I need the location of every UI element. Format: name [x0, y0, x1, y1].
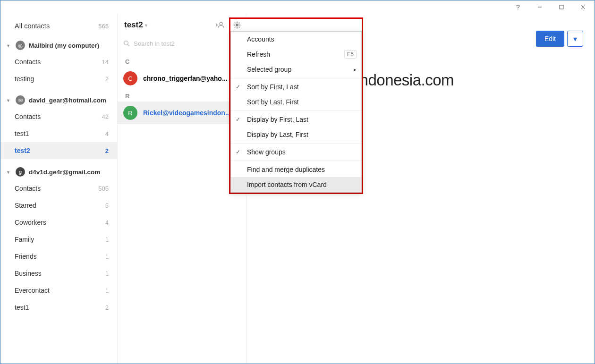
svg-point-9 — [236, 24, 238, 26]
sidebar-item[interactable]: Starred5 — [0, 197, 117, 214]
menu-item[interactable]: Import contacts from vCard — [231, 177, 361, 192]
sidebar-item[interactable]: Coworkers4 — [0, 214, 117, 231]
menu-item[interactable]: Selected group▸ — [231, 62, 361, 77]
menu-separator — [231, 161, 361, 161]
add-contact-button[interactable] — [215, 20, 225, 30]
menu-item[interactable]: Find and merge duplicates — [231, 162, 361, 177]
close-button[interactable] — [574, 1, 593, 13]
menu-item[interactable]: ✓Display by First, Last — [231, 112, 361, 127]
check-icon: ✓ — [236, 116, 240, 123]
gear-icon[interactable] — [233, 21, 241, 29]
svg-point-7 — [124, 41, 128, 45]
search-input[interactable] — [134, 40, 240, 47]
sidebar-item[interactable]: Evercontact1 — [0, 282, 117, 299]
menu-item-label: Show groups — [247, 148, 286, 156]
account-badge-icon: ✉ — [16, 95, 25, 105]
sidebar-item-label: Contacts — [15, 185, 98, 192]
contact-name: chrono_triggerfan@yaho... — [143, 75, 240, 82]
edit-dropdown-button[interactable]: ▾ — [567, 31, 583, 47]
group-title-dropdown[interactable]: test2 ▾ — [124, 20, 147, 30]
menu-item[interactable]: RefreshF5 — [231, 47, 361, 62]
sidebar-item[interactable]: Family1 — [0, 231, 117, 248]
sidebar-item-count: 565 — [98, 23, 109, 30]
search-bar[interactable] — [123, 36, 240, 51]
svg-line-17 — [235, 27, 236, 28]
maximize-icon — [559, 5, 564, 9]
menu-shortcut: F5 — [344, 50, 357, 59]
help-icon: ? — [516, 3, 520, 11]
minimize-icon — [537, 5, 542, 9]
sidebar-item-count: 1 — [105, 287, 109, 294]
window-titlebar: ? — [0, 0, 595, 14]
check-icon: ✓ — [236, 84, 240, 90]
sidebar-item-count: 4 — [105, 219, 109, 226]
add-person-icon — [216, 22, 224, 28]
account-name: david_gear@hotmail.com — [29, 97, 111, 104]
sidebar-item-count: 505 — [98, 185, 109, 192]
menu-separator — [231, 143, 361, 144]
menu-item-label: Accounts — [247, 35, 274, 43]
menu-item-label: Display by First, Last — [247, 116, 308, 123]
sidebar-item-count: 1 — [105, 270, 109, 277]
menu-item-label: Selected group — [247, 66, 291, 73]
svg-rect-1 — [560, 5, 563, 9]
check-icon: ✓ — [236, 149, 240, 155]
sidebar-item-label: All contacts — [15, 22, 98, 30]
account-header[interactable]: ▾✉david_gear@hotmail.com — [0, 92, 117, 108]
account-name: Mailbird (my computer) — [29, 42, 111, 49]
chevron-down-icon: ▾ — [7, 169, 12, 175]
list-header: test2 ▾ — [118, 14, 246, 36]
help-button[interactable]: ? — [509, 1, 527, 13]
maximize-button[interactable] — [552, 1, 571, 13]
sidebar-item-count: 2 — [105, 76, 109, 83]
menu-item-label: Sort by Last, First — [247, 98, 299, 106]
contact-name: Rickel@videogamesindon... — [143, 109, 240, 117]
sidebar-item-label: test1 — [15, 130, 105, 137]
sidebar-item-count: 14 — [102, 59, 109, 66]
sidebar-item[interactable]: Contacts42 — [0, 108, 117, 125]
svg-line-15 — [239, 27, 240, 28]
sidebar-item-count: 2 — [105, 147, 109, 154]
avatar: C — [123, 71, 137, 85]
sidebar-item[interactable]: Business1 — [0, 265, 117, 282]
contact-row[interactable]: Cchrono_triggerfan@yaho... — [118, 67, 246, 90]
sidebar-all-contacts[interactable]: All contacts 565 — [0, 17, 117, 34]
menu-item-label: Import contacts from vCard — [247, 181, 327, 188]
sidebar-item[interactable]: test14 — [0, 125, 117, 142]
menu-item-label: Find and merge duplicates — [247, 166, 325, 173]
sidebar-item[interactable]: Friends1 — [0, 248, 117, 265]
chevron-down-icon: ▾ — [7, 43, 12, 48]
sidebar-item[interactable]: test22 — [0, 142, 117, 159]
sidebar-item[interactable]: testing2 — [0, 70, 117, 87]
close-icon — [581, 5, 586, 9]
sidebar-item[interactable]: Contacts14 — [0, 53, 117, 70]
submenu-arrow-icon: ▸ — [354, 67, 357, 73]
account-header[interactable]: ▾gd4v1d.ge4r@gmail.com — [0, 164, 117, 180]
sidebar-item-label: test2 — [15, 147, 105, 154]
sidebar-item-label: Evercontact — [15, 287, 105, 294]
menu-item-label: Refresh — [247, 51, 270, 58]
chevron-down-icon: ▾ — [145, 23, 147, 28]
search-icon — [123, 40, 130, 47]
settings-menu: AccountsRefreshF5Selected group▸✓Sort by… — [230, 31, 362, 193]
menu-item[interactable]: Sort by Last, First — [231, 94, 361, 110]
avatar: R — [123, 106, 137, 120]
sidebar-item-count: 2 — [105, 304, 109, 311]
section-letter: C — [118, 55, 246, 67]
sidebar-item[interactable]: test12 — [0, 299, 117, 316]
menu-item[interactable]: Accounts — [231, 32, 361, 47]
menu-item-label: Sort by First, Last — [247, 83, 299, 91]
contact-list-panel: test2 ▾ — [118, 14, 246, 364]
sidebar: All contacts 565 ▾◎Mailbird (my computer… — [0, 14, 118, 364]
edit-button[interactable]: Edit — [536, 31, 564, 47]
menu-item[interactable]: ✓Sort by First, Last — [231, 79, 361, 94]
contact-row[interactable]: RRickel@videogamesindon... — [118, 102, 246, 124]
sidebar-item[interactable]: Contacts505 — [0, 180, 117, 197]
menu-item[interactable]: Display by Last, First — [231, 127, 361, 142]
menu-item[interactable]: ✓Show groups — [231, 144, 361, 160]
chevron-down-icon: ▾ — [7, 98, 12, 103]
minimize-button[interactable] — [530, 1, 549, 13]
account-header[interactable]: ▾◎Mailbird (my computer) — [0, 37, 117, 53]
sidebar-item-label: testing — [15, 75, 105, 83]
svg-line-16 — [239, 23, 240, 24]
